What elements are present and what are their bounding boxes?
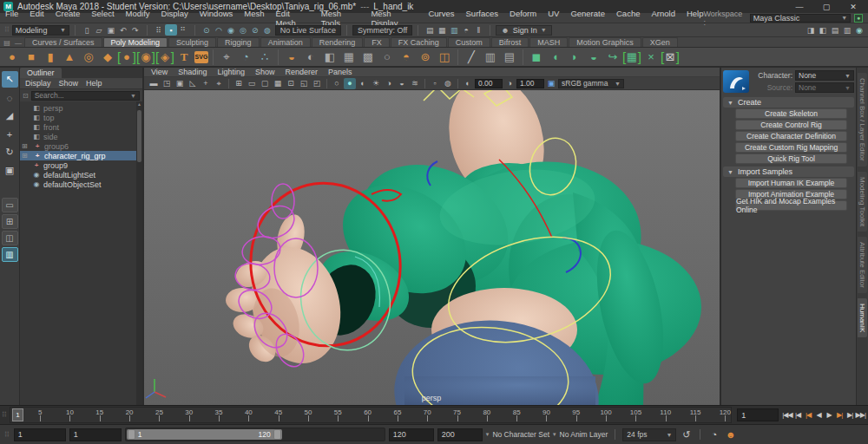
- shelf-tab-fx[interactable]: FX: [364, 37, 390, 47]
- shelf-tab-poly-modeling[interactable]: Poly Modeling: [103, 37, 168, 47]
- step-forward-frame-button[interactable]: ▶|: [845, 409, 855, 421]
- sidebar-tab-humanik[interactable]: HumanIK: [858, 298, 867, 337]
- outliner-item-side[interactable]: ◧side: [20, 132, 142, 141]
- outliner-item-group9[interactable]: +group9: [20, 160, 142, 170]
- shelf-tab-xgen[interactable]: XGen: [642, 37, 678, 47]
- workspace-select[interactable]: Maya Classic▼: [750, 14, 851, 23]
- field-chart-icon[interactable]: ⊡: [285, 78, 297, 89]
- super-shape-icon[interactable]: ◈: [156, 49, 174, 66]
- new-scene-icon[interactable]: ▯: [81, 24, 93, 36]
- poly-plane-icon[interactable]: ◆: [99, 49, 116, 66]
- view-transform-select[interactable]: sRGB gamma▼: [558, 79, 624, 88]
- sidebar-tab-channel-box-layer-editor[interactable]: Channel Box / Layer Editor: [858, 73, 867, 166]
- create-control-rig-button[interactable]: Create Control Rig: [735, 120, 847, 130]
- move-tool[interactable]: +: [2, 126, 18, 142]
- shelf-tab-motion-graphics[interactable]: Motion Graphics: [569, 37, 641, 47]
- step-back-key-button[interactable]: |◀: [804, 409, 813, 421]
- exposure-field[interactable]: 0.00: [475, 79, 503, 88]
- menu-cache[interactable]: Cache: [616, 9, 640, 28]
- workspace-lock-icon[interactable]: ●: [854, 14, 863, 23]
- quad-draw-icon[interactable]: ▦: [623, 49, 641, 66]
- outliner-menu-help[interactable]: Help: [86, 79, 102, 88]
- sign-in-button[interactable]: ☻ Sign In ▼: [496, 25, 551, 36]
- undo-icon[interactable]: ↶: [117, 24, 129, 36]
- delete-edge-icon[interactable]: ⊠: [661, 49, 679, 66]
- grid-fill-icon[interactable]: ▩: [359, 49, 377, 66]
- snap-projected-center-icon[interactable]: ◎: [237, 24, 249, 36]
- grid-icon[interactable]: ⊞: [233, 78, 245, 89]
- play-backwards-button[interactable]: ◀: [814, 409, 824, 421]
- xray-icon[interactable]: ◍: [442, 78, 454, 89]
- outliner-menu-show[interactable]: Show: [59, 79, 79, 88]
- viewport-menu-lighting[interactable]: Lighting: [217, 68, 245, 76]
- outliner-item-group6[interactable]: ⊞+group6: [20, 141, 142, 151]
- go-to-start-button[interactable]: |◀◀: [782, 409, 792, 421]
- section-import-samples[interactable]: ▼Import Samples: [723, 166, 854, 177]
- toggle-modeling-toolkit-icon[interactable]: ▥: [841, 24, 853, 36]
- menu-help[interactable]: Help: [687, 9, 704, 28]
- section-create[interactable]: ▼Create: [723, 97, 854, 108]
- timeline-track[interactable]: 1 51015202530354045505560657075808590951…: [10, 407, 732, 423]
- interactive-cube-icon[interactable]: ◉: [137, 49, 155, 66]
- shaded-icon[interactable]: ●: [344, 78, 356, 89]
- toggle-tool-settings-icon[interactable]: ◧: [817, 24, 829, 36]
- get-hik-and-mocap-examples-online-button[interactable]: Get HIK and Mocap Examples Online: [735, 200, 847, 211]
- make-live-icon[interactable]: ◍: [261, 24, 273, 36]
- poly-cylinder-icon[interactable]: ▮: [42, 49, 59, 66]
- outliner-item-front[interactable]: ◧front: [20, 122, 142, 132]
- poly-type-icon[interactable]: T: [175, 49, 193, 66]
- viewport-menu-view[interactable]: View: [151, 68, 168, 76]
- isolate-select-icon[interactable]: ▫: [429, 78, 441, 89]
- gamma-field[interactable]: 1.00: [516, 79, 544, 88]
- create-skeleton-button[interactable]: Create Skeleton: [735, 108, 847, 119]
- safe-action-icon[interactable]: ◱: [298, 78, 310, 89]
- ambient-occlusion-icon[interactable]: ◒: [396, 78, 408, 89]
- character-set-select[interactable]: No Character Set: [492, 430, 549, 439]
- select-object-icon[interactable]: ▪: [165, 24, 177, 36]
- current-frame-marker[interactable]: 1: [12, 408, 23, 421]
- outliner-scrollbar[interactable]: ▲: [136, 101, 142, 405]
- toggle-humanik-icon[interactable]: ◉: [853, 24, 865, 36]
- poly-sphere-icon[interactable]: ●: [3, 49, 21, 66]
- animation-start-field[interactable]: 1: [14, 428, 66, 441]
- viewport-menu-show[interactable]: Show: [255, 68, 275, 76]
- exposure-icon[interactable]: ◐: [462, 78, 474, 89]
- viewport-menu-renderer[interactable]: Renderer: [285, 68, 318, 76]
- select-tool[interactable]: ↖: [2, 71, 18, 88]
- viewport-canvas[interactable]: persp: [144, 90, 720, 405]
- symmetry-field[interactable]: Symmetry: Off: [352, 25, 412, 36]
- expand-icon[interactable]: ⊞: [22, 152, 29, 160]
- humanik-logo-icon[interactable]: [723, 70, 749, 93]
- range-end-handle[interactable]: [273, 429, 281, 440]
- snap-point-icon[interactable]: ◉: [225, 24, 237, 36]
- poly-torus-icon[interactable]: ◎: [80, 49, 97, 66]
- gate-mask-icon[interactable]: ▦: [272, 78, 284, 89]
- current-frame-field[interactable]: 1: [737, 408, 779, 421]
- shelf-tab-animation[interactable]: Animation: [260, 37, 311, 47]
- outliner-item-persp[interactable]: ◧persp: [20, 103, 142, 113]
- poly-cone-icon[interactable]: ▲: [61, 49, 78, 66]
- motion-blur-icon[interactable]: ≋: [409, 78, 421, 89]
- ipr-render-icon[interactable]: ▥: [448, 24, 460, 36]
- character-select[interactable]: None▼: [795, 70, 854, 81]
- joint-size-icon[interactable]: ⌖: [213, 78, 225, 89]
- step-forward-key-button[interactable]: ▶|: [835, 409, 845, 421]
- redo-icon[interactable]: ↷: [129, 24, 141, 36]
- shelf-tab-bifrost[interactable]: Bifrost: [491, 37, 529, 47]
- sidebar-tab-modeling-toolkit[interactable]: Modeling Toolkit: [858, 172, 867, 232]
- anim-preferences-icon[interactable]: ◔: [707, 428, 720, 441]
- play-forwards-button[interactable]: ▶: [825, 409, 834, 421]
- shelf-tab-rendering[interactable]: Rendering: [312, 37, 364, 47]
- filter-icon[interactable]: ⊡: [23, 92, 29, 100]
- offset-edge-loop-icon[interactable]: ▤: [501, 49, 518, 66]
- expand-icon[interactable]: ⊞: [22, 142, 29, 150]
- show-manipulator-icon[interactable]: ⌖: [218, 49, 235, 66]
- shadows-icon[interactable]: ◑: [383, 78, 395, 89]
- outliner-item-character-rig-grp[interactable]: ⊞+character_rig_grp: [20, 151, 142, 160]
- snap-together-icon[interactable]: ◔: [237, 49, 254, 66]
- viewport-menu-panels[interactable]: Panels: [328, 68, 352, 76]
- go-to-end-button[interactable]: ▶▶|: [856, 409, 865, 421]
- outliner-item-defaultlightset[interactable]: ◉defaultLightSet: [20, 170, 142, 180]
- spin-edge-icon[interactable]: ×: [642, 49, 660, 66]
- append-polygon-icon[interactable]: ◓: [398, 49, 415, 66]
